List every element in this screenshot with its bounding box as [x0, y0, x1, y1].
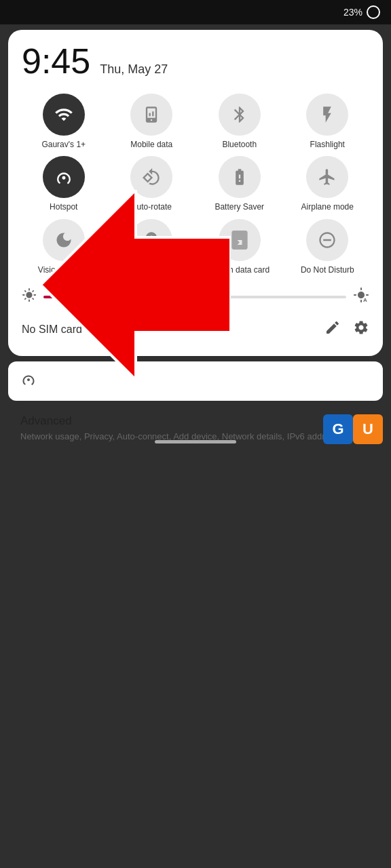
tile-location-icon-wrap: [130, 219, 172, 261]
status-bar-info: 23%: [343, 5, 380, 19]
battery-icon: [367, 5, 380, 19]
tile-dnd-label: Do Not Disturb: [301, 265, 354, 275]
battery-percentage: 23%: [343, 7, 362, 18]
sim-status: No SIM card: [22, 323, 82, 336]
tile-mobile-data-icon-wrap: [130, 94, 172, 136]
tile-airplane-label: Airplane mode: [301, 202, 354, 212]
tile-auto-rotate-icon-wrap: [130, 156, 172, 198]
tile-flashlight-icon-wrap: [306, 94, 348, 136]
time-display: 9:45: [22, 43, 90, 79]
auto-rotate-icon: [142, 167, 161, 186]
watermark-g: G: [323, 414, 353, 444]
watermark: G U: [323, 414, 383, 444]
svg-text:A: A: [363, 297, 367, 303]
tile-switch-data-icon-wrap: [219, 219, 261, 261]
status-bar: 23%: [0, 0, 391, 24]
mobile-data-icon: [142, 105, 161, 124]
tile-bluetooth-label: Bluetooth: [222, 140, 257, 149]
dnd-icon: [318, 231, 337, 250]
tile-wifi[interactable]: Gaurav's 1+: [22, 94, 106, 149]
tile-auto-rotate[interactable]: Auto-rotate: [110, 156, 194, 212]
flashlight-icon: [318, 105, 337, 124]
tile-dnd[interactable]: Do Not Disturb: [286, 219, 370, 275]
vision-comfort-icon: [54, 231, 73, 250]
tile-location-label: Location: [136, 265, 167, 275]
tile-location[interactable]: Location: [110, 219, 194, 275]
nav-pill: [155, 440, 236, 443]
tile-battery-saver-label: Battery Saver: [215, 202, 264, 212]
tile-flashlight-label: Flashlight: [310, 140, 345, 149]
hotspot-icon: [54, 167, 73, 186]
tile-battery-saver[interactable]: Battery Saver: [198, 156, 282, 212]
tile-vision-label: Vision comfort: [38, 265, 90, 275]
tile-dnd-icon-wrap: [306, 219, 348, 261]
watermark-u: U: [353, 414, 383, 444]
tile-vision[interactable]: Vision comfort: [22, 219, 106, 275]
bottom-action-icons: [324, 319, 369, 340]
bottom-row: No SIM card: [22, 319, 369, 340]
tile-auto-rotate-label: Auto-rotate: [132, 202, 172, 212]
tile-hotspot[interactable]: Hotspot: [22, 156, 106, 212]
date-display: Thu, May 27: [100, 62, 168, 77]
tile-switch-data[interactable]: Switch data card: [198, 219, 282, 275]
tile-airplane[interactable]: Airplane mode: [286, 156, 370, 212]
brightness-thumb[interactable]: [163, 290, 178, 304]
tile-hotspot-label: Hotspot: [50, 202, 77, 212]
tile-hotspot-icon-wrap: [43, 156, 85, 198]
tile-wifi-label: Gaurav's 1+: [41, 140, 86, 149]
tile-bluetooth[interactable]: Bluetooth: [198, 94, 282, 149]
battery-saver-icon: [230, 167, 249, 186]
tile-mobile-data[interactable]: Mobile data: [110, 94, 194, 149]
wifi-panel-icon: [20, 371, 37, 391]
time-date-row: 9:45 Thu, May 27: [22, 43, 369, 79]
airplane-icon: [318, 167, 337, 186]
brightness-fill: [43, 296, 170, 298]
brightness-slider[interactable]: [43, 296, 346, 298]
quick-settings-panel: 9:45 Thu, May 27 Gaurav's 1+ Mobile data: [8, 30, 383, 356]
settings-button[interactable]: [353, 319, 369, 340]
tile-battery-saver-icon-wrap: [219, 156, 261, 198]
svg-point-3: [62, 176, 65, 180]
tile-flashlight[interactable]: Flashlight: [286, 94, 370, 149]
tile-mobile-data-label: Mobile data: [130, 140, 172, 149]
brightness-row: A: [22, 287, 369, 307]
edit-button[interactable]: [324, 319, 341, 340]
wifi-icon: [54, 105, 73, 124]
advanced-title: Advanced: [20, 414, 348, 428]
tile-switch-data-label: Switch data card: [209, 265, 269, 275]
tile-airplane-icon-wrap: [306, 156, 348, 198]
bluetooth-icon: [230, 105, 249, 124]
location-icon: [142, 231, 161, 250]
tile-wifi-icon-wrap: [43, 94, 85, 136]
brightness-min-icon: [22, 288, 37, 307]
tiles-grid: Gaurav's 1+ Mobile data Bluetooth: [22, 94, 369, 275]
switch-data-icon: [230, 231, 249, 250]
brightness-auto-icon: A: [353, 287, 369, 307]
wifi-panel: [8, 361, 383, 401]
tile-bluetooth-icon-wrap: [219, 94, 261, 136]
tile-vision-icon-wrap: [43, 219, 85, 261]
